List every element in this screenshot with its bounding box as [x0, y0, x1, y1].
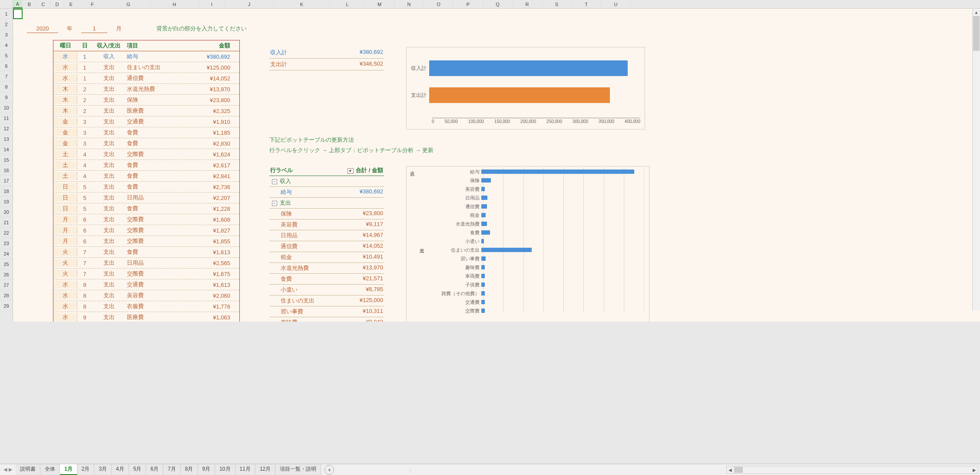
- ledger-cell-amount[interactable]: ¥1,910: [190, 119, 234, 125]
- row-header[interactable]: 19: [0, 196, 13, 207]
- ledger-row[interactable]: 日5支出日用品¥2,207: [53, 193, 239, 203]
- pivot-group-row[interactable]: −収入: [269, 176, 384, 187]
- ledger-cell-inout[interactable]: 支出: [93, 161, 125, 169]
- column-header[interactable]: L: [330, 0, 365, 8]
- column-header[interactable]: A: [13, 0, 23, 8]
- ledger-cell-inout[interactable]: 支出: [93, 74, 125, 82]
- ledger-cell-weekday[interactable]: 日: [53, 183, 77, 191]
- ledger-cell-weekday[interactable]: 火: [53, 259, 77, 267]
- column-header[interactable]: R: [513, 0, 542, 8]
- month-input[interactable]: 1: [81, 24, 107, 33]
- pivot-data-row[interactable]: 趣味費¥9,043: [269, 317, 384, 322]
- ledger-cell-amount[interactable]: ¥2,841: [190, 173, 234, 179]
- ledger-cell-inout[interactable]: 支出: [93, 107, 125, 115]
- ledger-cell-day[interactable]: 5: [77, 195, 93, 201]
- row-header[interactable]: 20: [0, 207, 13, 217]
- ledger-cell-inout[interactable]: 支出: [93, 270, 125, 278]
- pivot-data-row[interactable]: 日用品¥14,967: [269, 230, 384, 241]
- ledger-cell-weekday[interactable]: 水: [53, 74, 77, 82]
- ledger-cell-amount[interactable]: ¥125,000: [190, 64, 234, 71]
- row-header[interactable]: 25: [0, 259, 13, 269]
- ledger-cell-inout[interactable]: 支出: [93, 129, 125, 136]
- ledger-cell-weekday[interactable]: 水: [53, 302, 77, 310]
- column-header[interactable]: T: [572, 0, 601, 8]
- ledger-cell-amount[interactable]: ¥2,830: [190, 140, 234, 147]
- ledger-cell-amount[interactable]: ¥1,608: [190, 216, 234, 223]
- ledger-cell-weekday[interactable]: 月: [53, 226, 77, 234]
- ledger-cell-inout[interactable]: 支出: [93, 96, 125, 104]
- sheet-body[interactable]: 2020 年 1 月 背景が白の部分を入力してください 曜日 日 収入/支出 項…: [13, 9, 980, 322]
- ledger-cell-category[interactable]: 保険: [125, 96, 190, 104]
- ledger-cell-inout[interactable]: 支出: [93, 194, 125, 202]
- ledger-cell-category[interactable]: 給与: [125, 53, 190, 60]
- column-header[interactable]: E: [64, 0, 78, 8]
- ledger-cell-category[interactable]: 交際費: [125, 150, 190, 158]
- ledger-cell-day[interactable]: 2: [77, 108, 93, 114]
- row-header[interactable]: 29: [0, 301, 13, 311]
- ledger-cell-category[interactable]: 食費: [125, 129, 190, 136]
- ledger-cell-day[interactable]: 1: [77, 53, 93, 60]
- ledger-cell-amount[interactable]: ¥380,692: [190, 53, 234, 60]
- ledger-cell-inout[interactable]: 支出: [93, 302, 125, 310]
- ledger-cell-day[interactable]: 3: [77, 130, 93, 136]
- row-header[interactable]: 13: [0, 134, 13, 144]
- ledger-cell-category[interactable]: 水道光熱費: [125, 85, 190, 93]
- ledger-cell-category[interactable]: 交際費: [125, 216, 190, 223]
- ledger-cell-day[interactable]: 6: [77, 227, 93, 234]
- collapse-icon[interactable]: −: [272, 179, 277, 184]
- ledger-cell-category[interactable]: 住まいの支出: [125, 63, 190, 71]
- ledger-row[interactable]: 日5支出食費¥1,228: [53, 203, 239, 214]
- column-header[interactable]: J: [225, 0, 274, 8]
- ledger-row[interactable]: 水8支出交通費¥1,613: [53, 279, 239, 290]
- ledger-row[interactable]: 日5支出食費¥2,736: [53, 182, 239, 193]
- ledger-cell-inout[interactable]: 支出: [93, 292, 125, 299]
- pivot-data-row[interactable]: 食費¥21,571: [269, 274, 384, 285]
- collapse-icon[interactable]: −: [272, 201, 277, 206]
- ledger-cell-inout[interactable]: 支出: [93, 140, 125, 147]
- row-header[interactable]: 11: [0, 113, 13, 123]
- ledger-cell-inout[interactable]: 支出: [93, 63, 125, 71]
- ledger-cell-category[interactable]: 医療費: [125, 107, 190, 115]
- ledger-cell-category[interactable]: 交際費: [125, 237, 190, 245]
- vertical-scrollbar[interactable]: ▲: [972, 9, 980, 310]
- ledger-cell-day[interactable]: 7: [77, 260, 93, 266]
- row-header[interactable]: 10: [0, 103, 13, 113]
- ledger-cell-day[interactable]: 6: [77, 216, 93, 223]
- ledger-cell-inout[interactable]: 支出: [93, 259, 125, 267]
- pivot-data-row[interactable]: 住まいの支出¥125,000: [269, 296, 384, 306]
- ledger-cell-inout[interactable]: 支出: [93, 150, 125, 158]
- row-header[interactable]: 6: [0, 61, 13, 71]
- ledger-cell-weekday[interactable]: 金: [53, 140, 77, 147]
- ledger-cell-day[interactable]: 6: [77, 238, 93, 245]
- ledger-cell-amount[interactable]: ¥2,060: [190, 292, 234, 299]
- pivot-data-row[interactable]: 保険¥23,800: [269, 209, 384, 219]
- ledger-cell-day[interactable]: 1: [77, 64, 93, 71]
- ledger-cell-weekday[interactable]: 木: [53, 107, 77, 115]
- select-all-corner[interactable]: [0, 0, 13, 9]
- ledger-cell-category[interactable]: 通信費: [125, 74, 190, 82]
- pivot-data-row[interactable]: 小遣い¥6,785: [269, 285, 384, 296]
- pivot-data-row[interactable]: 給与¥380,692: [269, 187, 384, 198]
- ledger-cell-day[interactable]: 8: [77, 282, 93, 288]
- row-header[interactable]: 15: [0, 155, 13, 165]
- pivot-data-row[interactable]: 水道光熱費¥13,970: [269, 263, 384, 274]
- column-header[interactable]: P: [454, 0, 483, 8]
- pivot-data-row[interactable]: 美容費¥9,117: [269, 219, 384, 230]
- row-header[interactable]: 2: [0, 19, 13, 30]
- row-header[interactable]: 16: [0, 165, 13, 176]
- ledger-cell-amount[interactable]: ¥1,228: [190, 206, 234, 212]
- ledger-cell-inout[interactable]: 支出: [93, 85, 125, 93]
- ledger-cell-amount[interactable]: ¥1,063: [190, 314, 234, 321]
- ledger-row[interactable]: 月6支出交際費¥1,608: [53, 214, 239, 225]
- ledger-cell-weekday[interactable]: 水: [53, 281, 77, 289]
- ledger-cell-weekday[interactable]: 水: [53, 53, 77, 60]
- ledger-cell-day[interactable]: 2: [77, 97, 93, 103]
- ledger-cell-inout[interactable]: 支出: [93, 237, 125, 245]
- ledger-cell-category[interactable]: 食費: [125, 248, 190, 256]
- ledger-cell-inout[interactable]: 支出: [93, 216, 125, 223]
- ledger-cell-day[interactable]: 8: [77, 292, 93, 299]
- ledger-cell-category[interactable]: 食費: [125, 183, 190, 191]
- column-header[interactable]: I: [199, 0, 225, 8]
- ledger-cell-weekday[interactable]: 金: [53, 118, 77, 126]
- column-header[interactable]: B: [23, 0, 36, 8]
